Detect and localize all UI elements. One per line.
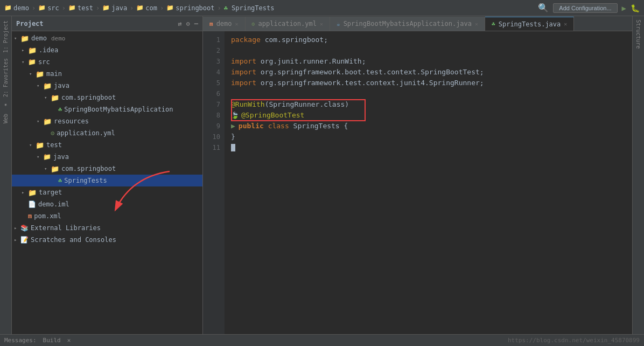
tab-close-appyml[interactable]: ✕ [320, 21, 323, 27]
tree-item-idea[interactable]: 📁 .idea [12, 44, 202, 56]
tree-item-ext-libs[interactable]: 📚 External Libraries [12, 222, 202, 234]
breadcrumb: 📁 demo › 📁 src › 📁 test › 📁 java › 📁 com… [4, 4, 274, 12]
tree-label-java-main: java [54, 82, 69, 89]
left-sidebar-tabs: 1: Project 2: Favorites ★ Web [0, 16, 12, 334]
xml-icon: m [28, 212, 32, 220]
tab-close-springtests[interactable]: ✕ [564, 21, 567, 27]
top-bar: 📁 demo › 📁 src › 📁 test › 📁 java › 📁 com… [0, 0, 644, 16]
build-label[interactable]: Build [43, 337, 61, 344]
tab-icon-demo: m [209, 20, 213, 27]
tree-label-resources: resources [54, 117, 89, 125]
tree-label-demo: demo [31, 34, 47, 42]
tree-label-appyml: application.yml [57, 129, 115, 137]
tree-item-test[interactable]: 📁 test [12, 139, 202, 151]
code-content[interactable]: package com.springboot; import org.junit… [225, 31, 632, 334]
yml-icon-app: ⚙ [51, 129, 54, 137]
tri-java-test [37, 154, 43, 160]
import-kw-3: import [231, 78, 261, 88]
tree-item-appyml[interactable]: ▸ ⚙ application.yml [12, 127, 202, 139]
import-kw-2: import [231, 67, 261, 78]
code-editor: 1 2 3 4 5 6 7 8 9 10 11 package com.spri… [203, 31, 632, 334]
tree-item-springtests[interactable]: ▸ ☘ SpringTests [12, 175, 202, 186]
folder-icon-java-main: 📁 [43, 82, 52, 90]
tab-label-demo: demo [216, 20, 232, 27]
bc-com[interactable]: com [145, 4, 157, 12]
sidebar-tab-project[interactable]: 1: Project [2, 18, 10, 55]
ann-runwith: @RunWith [231, 99, 265, 110]
tree-item-java-test[interactable]: 📁 java [12, 151, 202, 163]
collapse-icon[interactable]: — [194, 20, 198, 27]
tree-item-resources[interactable]: 📁 resources [12, 115, 202, 127]
tab-close-springbootapp[interactable]: ✕ [475, 21, 478, 27]
tree-item-demoixml[interactable]: ▸ 📄 demo.iml [12, 198, 202, 210]
sync-icon[interactable]: ⇄ [178, 20, 181, 27]
folder-icon-target: 📁 [28, 189, 37, 197]
code-line-11 [231, 142, 632, 153]
build-close[interactable]: ✕ [67, 337, 71, 344]
code-line-7: @RunWith(SpringRunner.class) [231, 99, 632, 110]
panel-title: Project [16, 20, 44, 27]
tree-label-target: target [39, 189, 62, 196]
tree-label-com-test: com.springboot [61, 165, 116, 172]
folder-icon-java-test: 📁 [43, 153, 51, 161]
tree-item-scratches[interactable]: 📝 Scratches and Consoles [12, 234, 202, 246]
bc-demo[interactable]: demo [13, 4, 29, 12]
folder-icon-src: 📁 [38, 4, 46, 11]
code-line-10: } [231, 132, 632, 142]
tree-label-springbootapp: SpringBootMybatisApplication [64, 106, 173, 113]
bc-java[interactable]: java [111, 4, 127, 12]
tab-applicationyml[interactable]: ⚙ application.yml ✕ [246, 17, 330, 31]
tri-com-springboot [44, 95, 51, 100]
tab-demo[interactable]: m demo ✕ [203, 17, 246, 31]
tree-label-idea: .idea [39, 46, 58, 54]
main-layout: 1: Project 2: Favorites ★ Web Project ⇄ … [0, 16, 644, 334]
bc-springtests[interactable]: SpringTests [232, 4, 274, 12]
sidebar-tab-favorites[interactable]: 2: Favorites [2, 56, 10, 99]
editor-area: m demo ✕ ⚙ application.yml ✕ ☕ SpringBoo… [203, 16, 632, 334]
tab-label-appyml: application.yml [258, 20, 317, 27]
folder-icon-resources: 📁 [43, 117, 52, 126]
tree-item-demo-root[interactable]: 📁 demo demo [12, 32, 202, 44]
add-configuration-button[interactable]: Add Configuration... [553, 3, 617, 13]
tree-label-pomxml: pom.xml [34, 212, 61, 220]
sidebar-tab-structure[interactable]: Structure [633, 18, 643, 50]
leaf-indicator: 🍃 [231, 110, 239, 121]
tree-item-com-springboot[interactable]: 📁 com.springboot [12, 92, 202, 103]
debug-button[interactable]: 🐛 [631, 4, 640, 12]
bc-springboot[interactable]: springboot [176, 4, 214, 12]
settings-icon[interactable]: ⚙ [186, 20, 190, 27]
tab-springtests[interactable]: ☘ SpringTests.java ✕ [485, 17, 574, 31]
sidebar-tab-star[interactable]: ★ [2, 100, 10, 110]
tree-item-com-springboot-test[interactable]: 📁 com.springboot [12, 163, 202, 175]
bc-test[interactable]: test [78, 4, 93, 12]
import-pkg-3: org.springframework.test.context.junit4.… [261, 78, 480, 88]
run-arrow-indicator: ▶ [231, 121, 235, 132]
tri-idea [22, 47, 28, 53]
search-everywhere-icon[interactable]: 🔍 [538, 3, 549, 13]
tree-label-test: test [46, 141, 62, 149]
tree-label-demoiml: demo.iml [38, 200, 69, 208]
tree-item-src[interactable]: 📁 src [12, 56, 202, 68]
pkg-name: com.springboot [265, 34, 324, 45]
tree-item-pomxml[interactable]: ▸ m pom.xml [12, 210, 202, 222]
folder-icon-test: 📁 [68, 4, 76, 11]
tab-springbootapp[interactable]: ☕ SpringBootMybatisApplication.java ✕ [330, 17, 485, 31]
import-pkg-2: org.springframework.boot.test.context.Sp… [261, 67, 480, 78]
code-line-9: ▶public class SpringTests { [231, 121, 632, 132]
tab-close-demo[interactable]: ✕ [235, 21, 239, 27]
tri-resources [37, 119, 43, 124]
tree-label-com-springboot: com.springboot [61, 94, 116, 101]
lib-icon: 📚 [20, 224, 29, 232]
tree-item-target[interactable]: 📁 target [12, 186, 202, 198]
run-button[interactable]: ▶ [622, 4, 626, 12]
tree-item-springbootapp[interactable]: ▸ ☘ SpringBootMybatisApplication [12, 103, 202, 115]
bc-src[interactable]: src [47, 4, 59, 12]
folder-icon-test: 📁 [36, 141, 44, 149]
tree-item-java-main[interactable]: 📁 java [12, 80, 202, 92]
tree-item-main[interactable]: 📁 main [12, 68, 202, 80]
folder-icon-java: 📁 [102, 4, 110, 11]
project-tree: 📁 demo demo 📁 .idea 📁 src 📁 main [12, 31, 202, 334]
sidebar-tab-web[interactable]: Web [2, 112, 10, 126]
code-line-6 [231, 88, 632, 99]
code-line-1: package com.springboot; [231, 34, 632, 45]
